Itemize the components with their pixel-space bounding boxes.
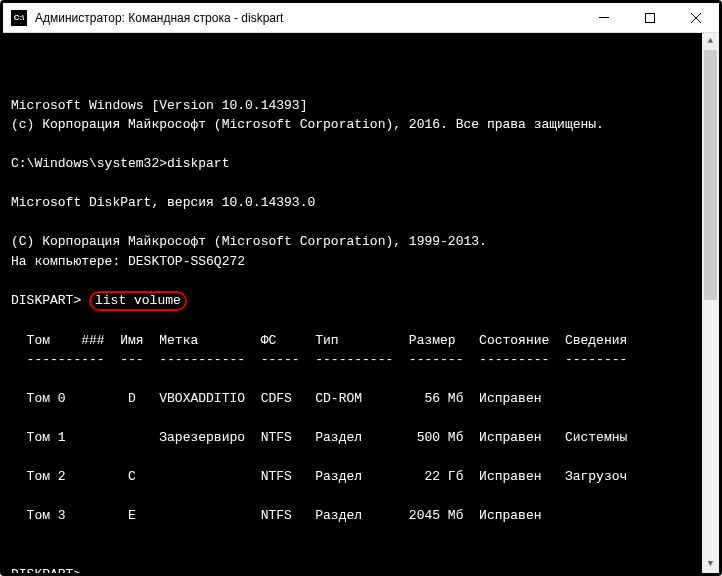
cmd-icon: C:\ bbox=[11, 10, 27, 26]
table-row: Том 1 Зарезервиро NTFS Раздел 500 Мб Исп… bbox=[11, 430, 627, 445]
diskpart-prompt: DISKPART> bbox=[11, 567, 89, 573]
command-text: diskpart bbox=[167, 156, 229, 171]
output-line: Microsoft DiskPart, версия 10.0.14393.0 bbox=[11, 195, 315, 210]
output-line: (C) Корпорация Майкрософт (Microsoft Cor… bbox=[11, 234, 487, 249]
output-line: Microsoft Windows [Version 10.0.14393] bbox=[11, 98, 307, 113]
prompt: C:\Windows\system32> bbox=[11, 156, 167, 171]
vertical-scrollbar[interactable]: ▲ ▼ bbox=[702, 33, 719, 573]
svg-rect-1 bbox=[646, 13, 655, 22]
scroll-track[interactable] bbox=[702, 50, 719, 556]
close-icon bbox=[691, 13, 701, 23]
table-row: Том 3 E NTFS Раздел 2045 Мб Исправен bbox=[11, 508, 542, 523]
window-title: Администратор: Командная строка - diskpa… bbox=[35, 11, 581, 25]
output-line: (c) Корпорация Майкрософт (Microsoft Cor… bbox=[11, 117, 604, 132]
highlighted-command: list volume bbox=[89, 291, 187, 312]
maximize-icon bbox=[645, 13, 655, 23]
scroll-up-button[interactable]: ▲ bbox=[702, 33, 719, 50]
close-button[interactable] bbox=[673, 3, 719, 32]
maximize-button[interactable] bbox=[627, 3, 673, 32]
window-controls bbox=[581, 3, 719, 32]
terminal-content: Microsoft Windows [Version 10.0.14393] (… bbox=[11, 76, 711, 573]
svg-rect-0 bbox=[599, 17, 609, 18]
titlebar[interactable]: C:\ Администратор: Командная строка - di… bbox=[3, 3, 719, 33]
cmd-window: C:\ Администратор: Командная строка - di… bbox=[3, 3, 719, 573]
table-divider: ---------- --- ----------- ----- -------… bbox=[11, 352, 627, 367]
table-row: Том 2 C NTFS Раздел 22 Гб Исправен Загру… bbox=[11, 469, 627, 484]
diskpart-prompt: DISKPART> bbox=[11, 293, 89, 308]
output-line: На компьютере: DESKTOP-SS6Q272 bbox=[11, 254, 245, 269]
scroll-thumb[interactable] bbox=[704, 50, 717, 300]
minimize-button[interactable] bbox=[581, 3, 627, 32]
terminal-area[interactable]: Microsoft Windows [Version 10.0.14393] (… bbox=[3, 33, 719, 573]
table-row: Том 0 D VBOXADDITIO CDFS CD-ROM 56 Мб Ис… bbox=[11, 391, 542, 406]
table-header: Том ### Имя Метка ФС Тип Размер Состояни… bbox=[11, 333, 627, 348]
scroll-down-button[interactable]: ▼ bbox=[702, 556, 719, 573]
minimize-icon bbox=[599, 17, 609, 18]
